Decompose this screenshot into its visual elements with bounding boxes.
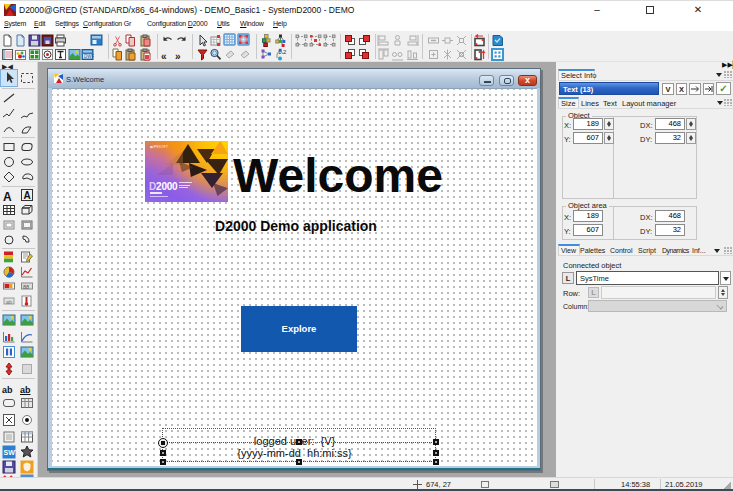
svg-text:A: A xyxy=(24,190,31,201)
svg-text:DWF: DWF xyxy=(84,54,94,59)
svg-text:ab: ab xyxy=(6,299,12,305)
svg-text:88: 88 xyxy=(23,284,29,290)
svg-text:SWT: SWT xyxy=(4,449,17,456)
